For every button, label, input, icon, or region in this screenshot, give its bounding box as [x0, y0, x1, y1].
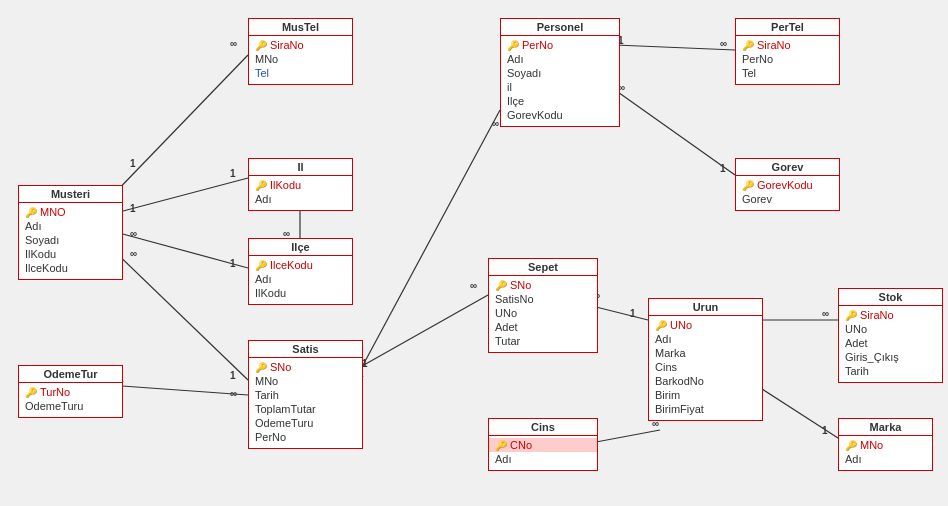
field-mustel-mno: MNo: [255, 52, 346, 66]
entity-marka: Marka 🔑MNo Adı: [838, 418, 933, 471]
rel-musteri-mustel-inf: ∞: [230, 38, 237, 49]
field-personel-adi: Adı: [507, 52, 613, 66]
rel-satis-sepet-inf: ∞: [470, 280, 477, 291]
entity-pertel-body: 🔑SiraNo PerNo Tel: [736, 36, 839, 84]
entity-sepet-body: 🔑SNo SatisNo UNo Adet Tutar: [489, 276, 597, 352]
field-pertel-perno: PerNo: [742, 52, 833, 66]
entity-mustel-title: MusTel: [249, 19, 352, 36]
field-personel-perno: 🔑PerNo: [507, 38, 613, 52]
entity-urun-title: Urun: [649, 299, 762, 316]
key-icon-cins-cno: 🔑: [495, 440, 507, 451]
field-urun-birim: Birim: [655, 388, 756, 402]
field-musteri-ilcekodu: IlceKodu: [25, 261, 116, 275]
field-marka-mno: 🔑MNo: [845, 438, 926, 452]
entity-odemeturr-title: OdemeTur: [19, 366, 122, 383]
field-musteri-ilkodu: IlKodu: [25, 247, 116, 261]
rel-musteri-ilce-1: 1: [230, 258, 236, 269]
key-icon-personel-perno: 🔑: [507, 40, 519, 51]
field-sepet-tutar: Tutar: [495, 334, 591, 348]
field-urun-uno: 🔑UNo: [655, 318, 756, 332]
entity-satis-body: 🔑SNo MNo Tarih ToplamTutar OdemeTuru Per…: [249, 358, 362, 448]
canvas: 1 ∞ 1 1 ∞ 1 ∞ 1 1 ∞ 1 ∞ ∞ 1 1 ∞ ∞ 1 ∞ 1 …: [0, 0, 948, 506]
field-urun-marka: Marka: [655, 346, 756, 360]
entity-sepet-title: Sepet: [489, 259, 597, 276]
entity-personel: Personel 🔑PerNo Adı Soyadı il Ilçe Gorev…: [500, 18, 620, 127]
field-gorev-gorev: Gorev: [742, 192, 833, 206]
key-icon-sepet-sno: 🔑: [495, 280, 507, 291]
entity-pertel-title: PerTel: [736, 19, 839, 36]
entity-marka-title: Marka: [839, 419, 932, 436]
entity-sepet: Sepet 🔑SNo SatisNo UNo Adet Tutar: [488, 258, 598, 353]
entity-musteri-title: Musteri: [19, 186, 122, 203]
rel-otur-satis-inf: ∞: [230, 388, 237, 399]
field-musteri-soyadi: Soyadı: [25, 233, 116, 247]
key-icon-satis-sno: 🔑: [255, 362, 267, 373]
rel-musteri-mustel-1: 1: [130, 158, 136, 169]
entity-urun: Urun 🔑UNo Adı Marka Cins BarkodNo Birim …: [648, 298, 763, 421]
svg-line-5: [355, 295, 488, 370]
key-icon-ilce-ilcekodu: 🔑: [255, 260, 267, 271]
svg-line-2: [108, 230, 248, 268]
svg-line-9: [355, 110, 500, 380]
svg-line-1: [108, 178, 248, 215]
field-personel-gorevkodu: GorevKodu: [507, 108, 613, 122]
field-mustel-tel: Tel: [255, 66, 346, 80]
svg-line-0: [108, 55, 248, 200]
entity-satis: Satis 🔑SNo MNo Tarih ToplamTutar OdemeTu…: [248, 340, 363, 449]
entity-mustel: MusTel 🔑SiraNo MNo Tel: [248, 18, 353, 85]
entity-gorev: Gorev 🔑GorevKodu Gorev: [735, 158, 840, 211]
entity-satis-title: Satis: [249, 341, 362, 358]
field-pertel-sirano: 🔑SiraNo: [742, 38, 833, 52]
field-satis-mno: MNo: [255, 374, 356, 388]
rel-per-satis-inf: ∞: [492, 118, 499, 129]
field-musteri-mno: 🔑MNO: [25, 205, 116, 219]
field-satis-sno: 🔑SNo: [255, 360, 356, 374]
field-cins-adi: Adı: [495, 452, 591, 466]
key-icon-mno: 🔑: [25, 207, 37, 218]
entity-cins-body: 🔑CNo Adı: [489, 436, 597, 470]
svg-line-3: [108, 245, 248, 380]
field-il-ilkodu: 🔑IlKodu: [255, 178, 346, 192]
field-il-adi: Adı: [255, 192, 346, 206]
field-personel-soyadi: Soyadı: [507, 66, 613, 80]
entity-ilce-body: 🔑IlceKodu Adı IlKodu: [249, 256, 352, 304]
field-personel-ilce: Ilçe: [507, 94, 613, 108]
field-ilce-ilkodu: IlKodu: [255, 286, 346, 300]
field-sepet-uno: UNo: [495, 306, 591, 320]
rel-musteri-satis-inf: ∞: [130, 248, 137, 259]
entity-odemeturr-body: 🔑TurNo OdemeTuru: [19, 383, 122, 417]
field-ilce-ilcekodu: 🔑IlceKodu: [255, 258, 346, 272]
field-sepet-adet: Adet: [495, 320, 591, 334]
field-odemeturr-otur: OdemeTuru: [25, 399, 116, 413]
entity-il-body: 🔑IlKodu Adı: [249, 176, 352, 210]
entity-cins-title: Cins: [489, 419, 597, 436]
field-musteri-adi: Adı: [25, 219, 116, 233]
entity-mustel-body: 🔑SiraNo MNo Tel: [249, 36, 352, 84]
entity-stok: Stok 🔑SiraNo UNo Adet Giris_Çıkış Tarih: [838, 288, 943, 383]
entity-personel-body: 🔑PerNo Adı Soyadı il Ilçe GorevKodu: [501, 36, 619, 126]
key-icon-gorev-gorevkodu: 🔑: [742, 180, 754, 191]
entity-cins: Cins 🔑CNo Adı: [488, 418, 598, 471]
entity-odemeturr: OdemeTur 🔑TurNo OdemeTuru: [18, 365, 123, 418]
key-icon-il-ilkodu: 🔑: [255, 180, 267, 191]
field-ilce-adi: Adı: [255, 272, 346, 286]
field-sepet-satisno: SatisNo: [495, 292, 591, 306]
key-icon-mustel-sirano: 🔑: [255, 40, 267, 51]
entity-il-title: Il: [249, 159, 352, 176]
entity-stok-body: 🔑SiraNo UNo Adet Giris_Çıkış Tarih: [839, 306, 942, 382]
rel-musteri-satis-1: 1: [230, 370, 236, 381]
field-personel-il: il: [507, 80, 613, 94]
field-stok-adet: Adet: [845, 336, 936, 350]
svg-line-7: [615, 45, 735, 50]
field-stok-tarih: Tarih: [845, 364, 936, 378]
entity-musteri: Musteri 🔑MNO Adı Soyadı IlKodu IlceKodu: [18, 185, 123, 280]
field-satis-toplamtutar: ToplamTutar: [255, 402, 356, 416]
entity-stok-title: Stok: [839, 289, 942, 306]
entity-urun-body: 🔑UNo Adı Marka Cins BarkodNo Birim Birim…: [649, 316, 762, 420]
entity-gorev-title: Gorev: [736, 159, 839, 176]
rel-per-pertel-inf: ∞: [720, 38, 727, 49]
rel-sepet-urun-1: 1: [630, 308, 636, 319]
field-mustel-sirano: 🔑SiraNo: [255, 38, 346, 52]
field-sepet-sno: 🔑SNo: [495, 278, 591, 292]
rel-urun-marka-1: 1: [822, 425, 828, 436]
